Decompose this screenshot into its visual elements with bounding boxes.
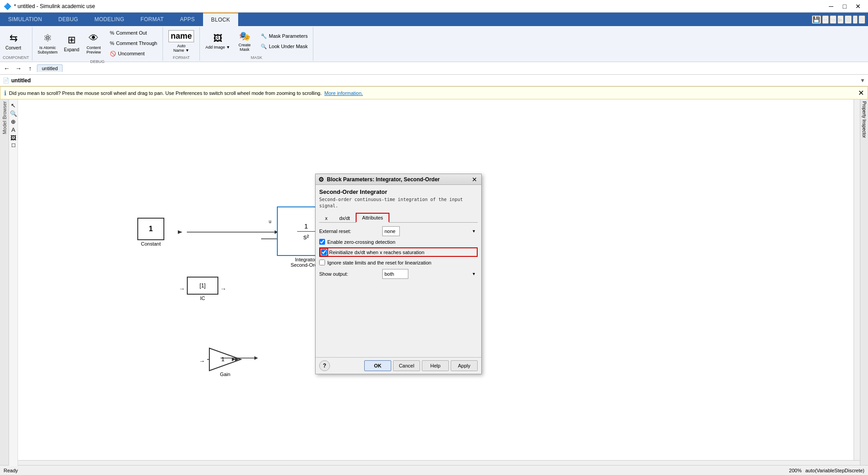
dialog-help-icon-button[interactable]: ? xyxy=(319,360,330,371)
enable-zero-crossing-label: Enable zero-crossing detection xyxy=(327,239,395,245)
look-under-mask-button[interactable]: 🔍 Look Under Mask xyxy=(258,41,310,51)
dialog-cancel-button[interactable]: Cancel xyxy=(393,360,420,371)
reinitialize-dxdt-checkbox[interactable] xyxy=(321,249,327,255)
title-bar: 🔷 * untitled - Simulink academic use ─ □… xyxy=(0,0,868,13)
address-path: untitled xyxy=(11,77,31,84)
dialog-tab-attributes[interactable]: Attributes xyxy=(356,213,389,223)
dialog-footer: ? OK Cancel Help Apply xyxy=(316,357,481,374)
status-ready: Ready xyxy=(4,468,786,473)
mask-group-label: MASK xyxy=(203,54,310,60)
checkbox-tool-btn[interactable]: ☐ xyxy=(11,143,16,148)
tab-block[interactable]: BLOCK xyxy=(203,13,238,26)
ribbon-tab-bar: SIMULATION DEBUG MODELING FORMAT APPS BL… xyxy=(0,13,868,26)
auto-name-button[interactable]: name AutoName ▼ xyxy=(166,28,197,54)
run-toolbar-btn[interactable]: ▶ xyxy=(837,15,844,24)
tab-format[interactable]: FORMAT xyxy=(132,13,172,26)
info-message: Did you mean to scroll? Press the mouse … xyxy=(9,90,322,96)
convert-icon: ⇆ xyxy=(9,32,18,44)
expand-toolbar-btn[interactable]: ⊙ xyxy=(859,15,865,24)
minimize-button[interactable]: ─ xyxy=(825,1,837,11)
comment-out-button[interactable]: % Comment Out xyxy=(107,28,160,38)
enable-zero-crossing-checkbox[interactable] xyxy=(319,239,325,245)
create-mask-icon: 🎭 xyxy=(239,31,250,41)
tab-simulation[interactable]: SIMULATION xyxy=(0,13,50,26)
svg-marker-5 xyxy=(254,356,258,360)
undo-toolbar-btn[interactable]: ↩ xyxy=(822,15,829,24)
help-toolbar-btn[interactable]: ? xyxy=(853,15,858,24)
toolbar-row: ← → ↑ untitled xyxy=(0,62,868,75)
add-image-button[interactable]: 🖼 Add Image ▼ xyxy=(203,28,233,54)
status-solver: auto(VariableStepDiscrete) xyxy=(805,468,864,473)
ignore-state-limits-row: Ignore state limits and the reset for li… xyxy=(319,260,478,265)
is-atomic-button[interactable]: ⚛ Is AtomicSubsystem xyxy=(35,30,61,56)
canvas-left-tools: ↖ 🔍 ⊕ A 🖼 ☐ xyxy=(9,99,18,466)
integrator-denominator: s² xyxy=(303,233,309,241)
dialog-tab-dxdt[interactable]: dx/dt xyxy=(334,213,356,223)
dialog-tab-x[interactable]: x xyxy=(319,213,334,223)
convert-button[interactable]: ⇆ Convert xyxy=(3,28,24,54)
ic-value: [1] xyxy=(199,282,205,289)
dialog-icon: ⚙ xyxy=(318,176,324,183)
dialog-spacer xyxy=(319,282,478,354)
settings-toolbar-btn[interactable]: ⚙ xyxy=(845,15,852,24)
ignore-state-limits-label: Ignore state limits and the reset for li… xyxy=(327,260,431,265)
constant-value: 1 xyxy=(149,225,153,233)
add-block-btn[interactable]: ⊕ xyxy=(11,118,16,125)
ignore-state-limits-checkbox[interactable] xyxy=(319,260,325,265)
mask-parameters-button[interactable]: 🔧 Mask Parameters xyxy=(258,31,310,41)
info-link[interactable]: More information. xyxy=(325,90,363,96)
back-button[interactable]: ← xyxy=(2,63,12,73)
select-tool-btn[interactable]: ↖ xyxy=(11,102,16,109)
image-tool-btn[interactable]: 🖼 xyxy=(10,134,16,141)
ic-block[interactable]: → [1] → IC xyxy=(187,277,218,301)
dialog-help-button[interactable]: Help xyxy=(422,360,449,371)
uncomment-icon: 🚫 xyxy=(110,51,116,57)
tab-modeling[interactable]: MODELING xyxy=(86,13,132,26)
constant-label: Constant xyxy=(137,241,164,246)
gain-block[interactable]: 1 → Gain xyxy=(207,346,243,377)
forward-button[interactable]: → xyxy=(14,63,23,73)
property-inspector-tab[interactable]: Property Inspector xyxy=(862,101,867,138)
show-output-row: Show output: both x only dx/dt only xyxy=(319,269,478,279)
comment-through-button[interactable]: % Comment Through xyxy=(107,38,160,48)
dialog-ok-button[interactable]: OK xyxy=(364,360,391,371)
zoom-tool-btn[interactable]: 🔍 xyxy=(10,110,17,117)
address-dropdown-icon[interactable]: ▼ xyxy=(860,77,865,84)
external-reset-select[interactable]: none rising falling either level xyxy=(382,226,400,236)
ribbon-group-mask: 🖼 Add Image ▼ 🎭 OK CreateMask 🔧 Mask Par… xyxy=(200,27,313,61)
ic-label: IC xyxy=(187,296,218,301)
mask-params-icon: 🔧 xyxy=(261,33,267,39)
left-side-panel: Model Browser xyxy=(0,99,9,466)
save-toolbar-btn[interactable]: 💾 xyxy=(812,15,821,24)
tab-apps[interactable]: APPS xyxy=(172,13,203,26)
uncomment-button[interactable]: 🚫 Uncomment xyxy=(107,49,160,58)
canvas-area[interactable]: ↖ 🔍 ⊕ A 🖼 ☐ 1 Constant xyxy=(9,99,860,466)
dialog-body: Second-Order Integrator Second-order con… xyxy=(316,185,481,357)
expand-button[interactable]: ⊞ Expand xyxy=(61,30,82,56)
redo-toolbar-btn[interactable]: ↪ xyxy=(830,15,836,24)
ic-arrow-left: → xyxy=(179,285,185,292)
create-mask-button[interactable]: 🎭 OK CreateMask xyxy=(234,28,255,54)
autoname-icon: name xyxy=(168,30,194,42)
constant-block[interactable]: 1 Constant xyxy=(137,218,164,246)
text-tool-btn[interactable]: A xyxy=(11,126,15,133)
dialog-apply-button[interactable]: Apply xyxy=(451,360,478,371)
status-bar: Ready 200% auto(VariableStepDiscrete) xyxy=(0,465,868,475)
show-output-select[interactable]: both x only dx/dt only xyxy=(382,269,408,279)
maximize-button[interactable]: □ xyxy=(838,1,851,11)
up-button[interactable]: ↑ xyxy=(25,63,35,73)
canvas-vscrollbar[interactable] xyxy=(854,99,860,466)
content-preview-button[interactable]: 👁 ContentPreview xyxy=(83,30,104,56)
dialog-close-button[interactable]: ✕ xyxy=(470,175,479,184)
tab-debug[interactable]: DEBUG xyxy=(50,13,86,26)
dialog-tabs: x dx/dt Attributes xyxy=(319,213,478,223)
external-reset-row: External reset: none rising falling eith… xyxy=(319,226,478,236)
main-area: Model Browser ↖ 🔍 ⊕ A 🖼 ☐ xyxy=(0,99,868,466)
info-close-button[interactable]: ✕ xyxy=(858,89,864,97)
ic-arrow-right: → xyxy=(220,285,226,292)
model-browser-tab[interactable]: Model Browser xyxy=(2,101,7,134)
dialog-titlebar: ⚙ Block Parameters: Integrator, Second-O… xyxy=(316,174,481,185)
close-button[interactable]: ✕ xyxy=(852,1,864,11)
breadcrumb-tab[interactable]: untitled xyxy=(37,64,63,72)
debug-group-label: DEBUG xyxy=(35,58,160,64)
